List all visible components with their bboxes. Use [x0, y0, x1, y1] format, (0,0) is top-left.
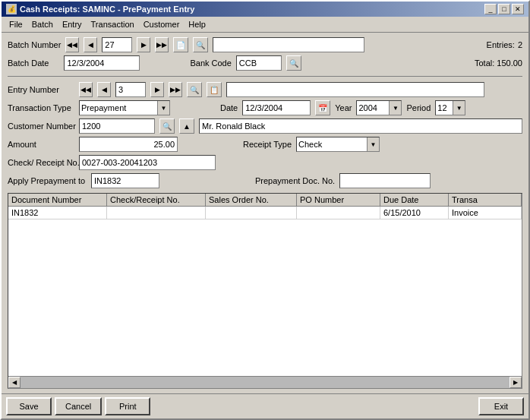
customer-name-input[interactable] — [199, 118, 522, 134]
print-button[interactable]: Print — [105, 397, 150, 415]
date-label: Date — [220, 103, 238, 112]
content-area: Batch Number ◀◀ ◀ ▶ ▶▶ 📄 🔍 CATS - 12/3/2… — [2, 33, 528, 393]
batch-prev-button[interactable]: ◀ — [84, 37, 97, 52]
col-transaction: Transa — [449, 194, 522, 206]
year-select[interactable]: 2004 2003 2005 — [356, 100, 402, 115]
batch-info: Entries: 2 — [487, 40, 522, 49]
scroll-left-button[interactable]: ◀ — [8, 377, 21, 388]
cell-check-receipt — [107, 207, 206, 219]
amount-input[interactable] — [79, 137, 178, 152]
amount-label: Amount — [8, 140, 74, 149]
period-select[interactable]: 12 1234 5678 91011 — [435, 100, 465, 115]
title-controls: _ □ ✕ — [484, 4, 524, 14]
batch-last-button[interactable]: ▶▶ — [155, 37, 169, 52]
entry-next-button[interactable]: ▶ — [150, 82, 164, 97]
bank-code-label: Bank Code — [190, 58, 231, 68]
table-row[interactable]: IN1832 6/15/2010 Invoice — [8, 207, 522, 219]
entries-value: 2 — [518, 40, 522, 49]
entry-search-button[interactable]: 🔍 — [187, 82, 202, 97]
receipt-type-label: Receipt Type — [243, 140, 292, 149]
batch-new-button[interactable]: 📄 — [173, 37, 188, 52]
batch-date-label: Batch Date — [8, 58, 49, 68]
window-title: Cash Receipts: SAMINC - PrePayment Entry — [20, 5, 194, 14]
cell-po-number — [297, 207, 380, 219]
date-input[interactable] — [242, 100, 311, 115]
entry-extra-input[interactable] — [226, 82, 484, 97]
maximize-button[interactable]: □ — [498, 4, 510, 14]
batch-next-button[interactable]: ▶ — [137, 37, 150, 52]
batch-number-label: Batch Number — [8, 40, 61, 49]
transaction-type-select[interactable]: Prepayment Payment Refund — [79, 100, 170, 115]
menu-help[interactable]: Help — [184, 18, 210, 30]
col-po-number: PO Number — [297, 194, 380, 206]
title-bar-left: 💰 Cash Receipts: SAMINC - PrePayment Ent… — [6, 4, 194, 14]
receipt-type-wrapper: Check Cash Credit Card EFT ▼ — [296, 137, 380, 152]
transaction-type-row: Transaction Type Prepayment Payment Refu… — [8, 100, 522, 115]
entry-first-button[interactable]: ◀◀ — [79, 82, 93, 97]
batch-first-button[interactable]: ◀◀ — [65, 37, 79, 52]
scroll-right-button[interactable]: ▶ — [509, 377, 522, 388]
cell-document-number: IN1832 — [8, 207, 107, 219]
year-wrapper: 2004 2003 2005 ▼ — [356, 100, 402, 115]
col-document-number: Document Number — [8, 194, 107, 206]
cancel-button[interactable]: Cancel — [55, 397, 102, 415]
prepayment-doc-input[interactable] — [339, 173, 431, 188]
check-receipt-input[interactable] — [79, 155, 216, 170]
entry-copy-button[interactable]: 📋 — [207, 82, 222, 97]
customer-lookup-button[interactable]: 🔍 — [159, 118, 175, 134]
total-info: Total: 150.00 — [475, 58, 522, 68]
entry-number-label: Entry Number — [8, 85, 74, 94]
entry-number-input[interactable] — [115, 82, 146, 97]
customer-number-input[interactable] — [79, 118, 155, 134]
bank-code-lookup-button[interactable]: 🔍 — [286, 55, 301, 71]
period-wrapper: 12 1234 5678 91011 ▼ — [435, 100, 465, 115]
year-label: Year — [335, 103, 352, 112]
col-check-receipt: Check/Receipt No. — [107, 194, 206, 206]
entry-number-row: Entry Number ◀◀ ◀ ▶ ▶▶ 🔍 📋 — [8, 82, 522, 97]
amount-row: Amount Receipt Type Check Cash Credit Ca… — [8, 137, 522, 152]
batch-search-button[interactable]: 🔍 — [193, 37, 208, 52]
exit-button[interactable]: Exit — [478, 397, 524, 415]
entry-last-button[interactable]: ▶▶ — [169, 82, 182, 97]
minimize-button[interactable]: _ — [484, 4, 497, 14]
customer-number-label: Customer Number — [8, 122, 74, 131]
col-sales-order: Sales Order No. — [206, 194, 297, 206]
apply-prepayment-input[interactable] — [91, 173, 159, 188]
cell-sales-order — [206, 207, 297, 219]
scroll-track[interactable] — [21, 377, 509, 388]
cell-due-date: 6/15/2010 — [380, 207, 449, 219]
save-button[interactable]: Save — [6, 397, 52, 415]
app-icon: 💰 — [6, 4, 17, 14]
bank-code-input[interactable] — [236, 55, 282, 71]
calendar-button[interactable]: 📅 — [315, 100, 330, 115]
apply-prepayment-label: Apply Prepayment to — [8, 176, 74, 185]
menu-file[interactable]: File — [5, 18, 27, 30]
apply-prepayment-row: Apply Prepayment to Prepayment Doc. No. — [8, 173, 522, 188]
grid-header: Document Number Check/Receipt No. Sales … — [8, 194, 522, 207]
batch-row: Batch Number ◀◀ ◀ ▶ ▶▶ 📄 🔍 CATS - 12/3/2… — [8, 37, 522, 52]
entries-label: Entries: — [487, 40, 515, 49]
cell-transaction: Invoice — [449, 207, 522, 219]
menu-customer[interactable]: Customer — [139, 18, 185, 30]
menu-transaction[interactable]: Transaction — [87, 18, 139, 30]
transaction-type-label: Transaction Type — [8, 103, 74, 112]
customer-up-button[interactable]: ▲ — [179, 118, 194, 134]
total-label: Total: — [475, 58, 494, 68]
title-bar: 💰 Cash Receipts: SAMINC - PrePayment Ent… — [2, 2, 528, 17]
documents-grid: Document Number Check/Receipt No. Sales … — [8, 193, 522, 389]
col-due-date: Due Date — [380, 194, 449, 206]
menu-entry[interactable]: Entry — [58, 18, 87, 30]
menu-bar: File Batch Entry Transaction Customer He… — [2, 17, 528, 33]
close-button[interactable]: ✕ — [512, 4, 524, 14]
bottom-bar: Save Cancel Print Exit — [2, 393, 528, 418]
batch-description-input[interactable]: CATS - 12/3/2004 — [213, 37, 364, 52]
batch-date-input[interactable] — [64, 55, 140, 71]
main-window: 💰 Cash Receipts: SAMINC - PrePayment Ent… — [0, 0, 530, 420]
menu-batch[interactable]: Batch — [27, 18, 58, 30]
horizontal-scrollbar: ◀ ▶ — [8, 376, 522, 388]
receipt-type-select[interactable]: Check Cash Credit Card EFT — [296, 137, 380, 152]
batch-date-row: Batch Date Bank Code 🔍 Total: 150.00 — [8, 55, 522, 71]
transaction-type-wrapper: Prepayment Payment Refund ▼ — [79, 100, 170, 115]
entry-prev-button[interactable]: ◀ — [97, 82, 111, 97]
batch-number-input[interactable] — [102, 37, 132, 52]
